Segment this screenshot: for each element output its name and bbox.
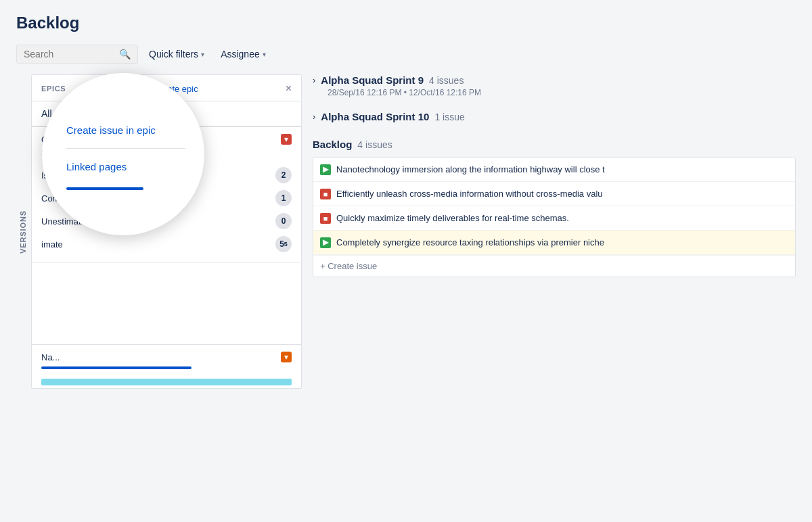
search-input[interactable] [24, 49, 116, 60]
sprint-row-10: › Alpha Squad Sprint 10 1 issue [313, 111, 796, 122]
search-box[interactable]: 🔍 [16, 45, 138, 64]
issue-icon-1: ■ [320, 189, 331, 199]
bottom-cyan-bar [41, 379, 292, 385]
main-layout: VERSIONS EPICS Create epic × All issues … [16, 74, 796, 389]
close-sidebar-button[interactable]: × [286, 83, 292, 94]
sprint-9-name: Alpha Squad Sprint 9 [321, 74, 424, 86]
sprint-9-chevron-icon[interactable]: › [313, 75, 315, 85]
issue-text-2: Quickly maximize timely deliverables for… [336, 213, 569, 223]
sidebar: EPICS Create epic × All issues Custom Fi… [31, 74, 302, 389]
popup-scrollbar [66, 187, 143, 190]
sprint-9-count: 4 issues [429, 75, 464, 86]
versions-label: VERSIONS [19, 210, 27, 254]
badge-icon: ▾ [284, 135, 288, 144]
sprint-10-count: 1 issue [434, 112, 464, 122]
custom-filters-badge[interactable]: ▾ [281, 134, 292, 145]
issue-row-1[interactable]: ■ Efficiently unleash cross-media inform… [313, 182, 795, 206]
issue-row-3[interactable]: ▶ Completely synergize resource taxing r… [313, 231, 795, 255]
issue-row-2[interactable]: ■ Quickly maximize timely deliverables f… [313, 206, 795, 231]
quick-filters-label: Quick filters [149, 49, 198, 60]
custom-filters-card: Custom Filters ▾ SB-7 Add custom filters… [32, 127, 301, 263]
bottom-card-header: Na... ▾ [41, 352, 292, 362]
issue-text-1: Efficiently unleash cross-media informat… [336, 189, 603, 199]
assignee-label: Assignee [221, 49, 260, 60]
backlog-header: Backlog 4 issues [313, 139, 796, 150]
sprint-row-9: › Alpha Squad Sprint 9 4 issues [313, 74, 796, 86]
create-issue-in-epic-link[interactable]: Create issue in epic [66, 124, 156, 136]
sprint-10-chevron-icon[interactable]: › [313, 112, 315, 122]
assignee-button[interactable]: Assignee ▾ [215, 45, 271, 63]
issue-icon-2: ■ [320, 213, 331, 224]
stat-badge-issues: 2 [275, 167, 292, 183]
badge-icon: ▾ [284, 352, 288, 362]
main-content: › Alpha Squad Sprint 9 4 issues 28/Sep/1… [313, 74, 796, 389]
backlog-title: Backlog [313, 139, 352, 150]
bottom-card: Na... ▾ [32, 344, 301, 376]
popup-divider [66, 148, 185, 149]
backlog-section: Backlog 4 issues ▶ Nanotechnology immers… [313, 139, 796, 277]
sprint-9-dates: 28/Sep/16 12:16 PM • 12/Oct/16 12:16 PM [328, 88, 796, 97]
create-issue-label: + Create issue [320, 261, 377, 271]
sprint-section-10: › Alpha Squad Sprint 10 1 issue [313, 111, 796, 122]
stat-row-estimate: imate 55 [41, 233, 292, 256]
assignee-chevron-icon: ▾ [263, 51, 266, 58]
quick-filters-button[interactable]: Quick filters ▾ [143, 45, 210, 63]
bottom-card-badge[interactable]: ▾ [281, 352, 292, 362]
backlog-count: 4 issues [357, 139, 392, 150]
stat-badge-estimate: 55 [275, 236, 292, 252]
linked-pages-link[interactable]: Linked pages [66, 161, 127, 172]
stat-badge-completed: 1 [275, 190, 292, 206]
page-title: Backlog [16, 14, 796, 32]
issue-list: ▶ Nanotechnology immersion along the inf… [313, 157, 796, 277]
bottom-card-title: Na... [41, 352, 60, 362]
search-icon: 🔍 [119, 49, 131, 60]
create-issue-row[interactable]: + Create issue [313, 255, 795, 277]
sprint-section-9: › Alpha Squad Sprint 9 4 issues 28/Sep/1… [313, 74, 796, 97]
popup-overlay: Create issue in epic Linked pages [42, 73, 204, 235]
toolbar: 🔍 Quick filters ▾ Assignee ▾ [16, 45, 796, 64]
popup-circle: Create issue in epic Linked pages [42, 73, 204, 235]
stat-label-estimate: imate [41, 239, 63, 250]
stat-badge-unestimated: 0 [275, 213, 292, 229]
issue-row-0[interactable]: ▶ Nanotechnology immersion along the inf… [313, 158, 795, 182]
quick-filters-chevron-icon: ▾ [201, 51, 204, 58]
sidebar-scrollbar [41, 366, 191, 369]
issue-text-3: Completely synergize resource taxing rel… [336, 237, 604, 247]
issue-text-0: Nanotechnology immersion along the infor… [336, 164, 605, 174]
sprint-10-name: Alpha Squad Sprint 10 [321, 111, 429, 122]
issue-icon-0: ▶ [320, 164, 331, 175]
issue-icon-3: ▶ [320, 237, 331, 248]
